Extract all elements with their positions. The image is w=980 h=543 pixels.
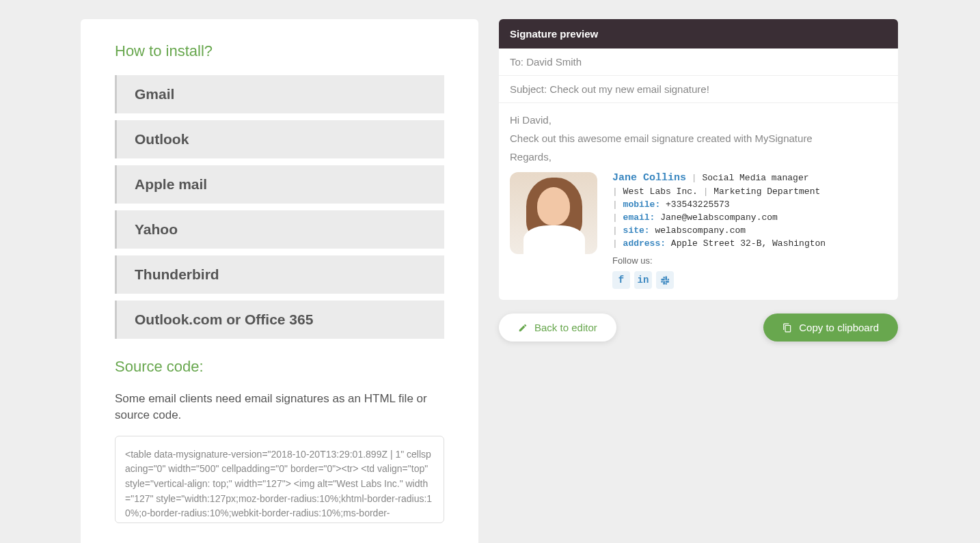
sig-address-label: address: (623, 238, 666, 249)
sig-mobile: +33543225573 (666, 199, 730, 210)
back-to-editor-button[interactable]: Back to editor (499, 314, 616, 342)
linkedin-icon[interactable]: in (634, 271, 652, 289)
source-code-box[interactable]: <table data-mysignature-version="2018-10… (115, 436, 444, 523)
copy-to-clipboard-button[interactable]: Copy to clipboard (763, 314, 898, 342)
sig-site-label: site: (623, 225, 650, 236)
sig-address: Apple Street 32-B, Washington (671, 238, 826, 249)
accordion-outlook[interactable]: Outlook (115, 120, 444, 158)
copy-label: Copy to clipboard (799, 322, 879, 333)
sig-email: Jane@welabscompany.com (660, 212, 778, 223)
accordion-label: Outlook.com or Office 365 (135, 311, 313, 327)
signature-avatar (510, 172, 597, 254)
preview-header: Signature preview (499, 19, 898, 48)
facebook-icon[interactable]: f (612, 271, 630, 289)
accordion-label: Outlook (135, 131, 189, 147)
accordion-yahoo[interactable]: Yahoo (115, 210, 444, 249)
slack-icon[interactable] (656, 271, 674, 289)
accordion-label: Yahoo (135, 221, 178, 237)
sig-title: Social Media manager (702, 173, 808, 183)
source-desc: Some email clients need email signatures… (115, 391, 444, 423)
back-label: Back to editor (534, 322, 597, 333)
preview-body-line: Check out this awesome email signature c… (510, 133, 887, 144)
preview-to: To: David Smith (499, 48, 898, 76)
sig-email-label: email: (623, 212, 655, 223)
accordion-label: Gmail (135, 86, 174, 102)
sig-name: Jane Collins (612, 172, 686, 184)
accordion-thunderbird[interactable]: Thunderbird (115, 255, 444, 294)
preview-body: Hi David, Check out this awesome email s… (499, 103, 898, 300)
install-panel: How to install? Gmail Outlook Apple mail… (81, 19, 478, 543)
signature-block: Jane Collins | Social Media manager | We… (510, 172, 887, 289)
sig-company: West Labs Inc. (623, 186, 698, 197)
accordion-label: Apple mail (135, 176, 207, 192)
accordion-outlook-365[interactable]: Outlook.com or Office 365 (115, 301, 444, 339)
accordion-apple-mail[interactable]: Apple mail (115, 165, 444, 204)
sig-follow-label: Follow us: (612, 255, 887, 266)
sig-mobile-label: mobile: (623, 199, 661, 210)
accordion-label: Thunderbird (135, 266, 219, 282)
install-title: How to install? (115, 42, 444, 60)
preview-regards: Regards, (510, 151, 887, 163)
accordion-gmail[interactable]: Gmail (115, 75, 444, 113)
sig-site: welabscompany.com (655, 225, 746, 236)
pencil-icon (518, 323, 528, 333)
sig-department: Marketing Department (713, 186, 820, 197)
copy-icon (782, 323, 792, 333)
source-title: Source code: (115, 358, 444, 376)
signature-preview-card: Signature preview To: David Smith Subjec… (499, 19, 898, 300)
preview-greeting: Hi David, (510, 114, 887, 126)
preview-subject: Subject: Check out my new email signatur… (499, 76, 898, 103)
